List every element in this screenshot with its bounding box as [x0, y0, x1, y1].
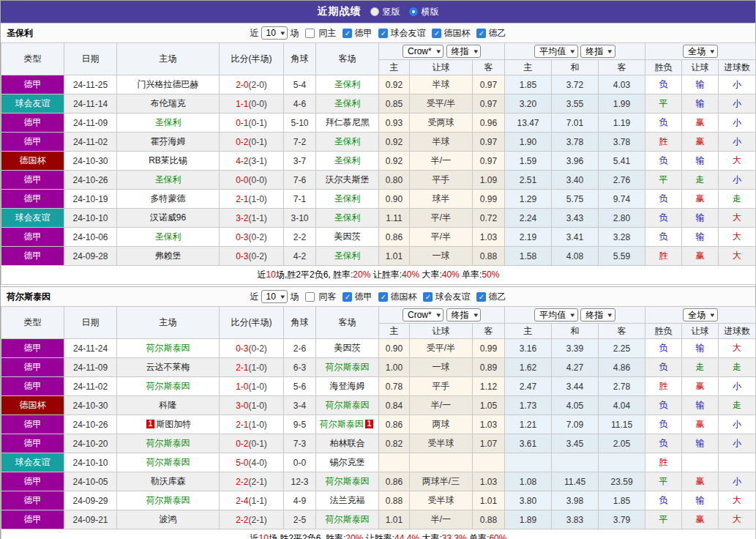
home-team[interactable]: 荷尔斯泰因: [146, 343, 190, 353]
away-team[interactable]: 法兰克福: [330, 495, 365, 505]
away-team[interactable]: 沃尔夫斯堡: [326, 174, 370, 185]
period-select[interactable]: 全场▾: [683, 45, 718, 58]
away-team[interactable]: 圣保利: [334, 136, 361, 146]
away-team[interactable]: 美因茨: [334, 343, 361, 353]
odds-source-select[interactable]: Crow*▾: [403, 308, 444, 321]
layout-vertical-option[interactable]: 竖版: [370, 6, 400, 18]
result-winloss: 负: [645, 396, 682, 415]
col-goals-result: 进球数: [719, 60, 756, 75]
handicap-away-odds: 0.88: [473, 247, 505, 266]
home-team[interactable]: 汉诺威96: [150, 212, 186, 223]
result-goals: 小: [719, 114, 756, 133]
avg-draw-odds: 3.43: [552, 209, 599, 228]
home-team[interactable]: 圣保利: [155, 117, 181, 127]
league-checkbox[interactable]: ✓: [476, 292, 486, 302]
home-team[interactable]: 荷尔斯泰因: [146, 457, 190, 467]
match-count-select[interactable]: 10▾: [261, 290, 288, 303]
home-team[interactable]: 圣保利: [155, 174, 181, 185]
same-away-checkbox[interactable]: [305, 292, 315, 302]
away-team[interactable]: 圣保利: [334, 98, 361, 108]
away-team[interactable]: 圣保利: [334, 193, 361, 204]
avg-source-select[interactable]: 平均值▾: [534, 308, 578, 321]
away-team[interactable]: 荷尔斯泰因: [326, 514, 370, 524]
avg-away-odds: 4.04: [599, 396, 645, 415]
result-winloss: 负: [645, 75, 682, 94]
match-score: 0-1(0-1): [220, 114, 284, 133]
avg-time-select[interactable]: 终指▾: [580, 45, 615, 58]
home-team[interactable]: 云达不莱梅: [146, 362, 190, 372]
home-team[interactable]: 门兴格拉德巴赫: [138, 79, 199, 89]
home-team[interactable]: 勒沃库森: [151, 476, 186, 486]
match-score: 0-3(0-2): [220, 339, 284, 358]
avg-home-odds: 1.90: [505, 133, 552, 152]
home-team[interactable]: 霍芬海姆: [151, 136, 186, 146]
away-team[interactable]: 圣保利: [334, 79, 361, 89]
avg-home-odds: 1.08: [505, 472, 552, 491]
corner-count: 5-4: [284, 75, 316, 94]
match-count-select[interactable]: 10▾: [261, 26, 288, 40]
avg-away-odds: 1.85: [599, 491, 645, 510]
away-team[interactable]: 荷尔斯泰因: [326, 476, 370, 486]
home-team[interactable]: 弗赖堡: [155, 250, 181, 261]
result-winloss: 平: [645, 510, 682, 529]
period-select[interactable]: 全场▾: [683, 308, 718, 321]
away-team[interactable]: 圣保利: [334, 212, 361, 223]
home-team[interactable]: 荷尔斯泰因: [146, 495, 190, 505]
league-badge: 德甲: [1, 472, 64, 491]
home-team[interactable]: 多特蒙德: [151, 193, 186, 204]
home-team[interactable]: 波鸿: [160, 514, 177, 524]
team-name: 圣保利: [7, 27, 33, 40]
league-checkbox[interactable]: ✓: [378, 292, 388, 302]
away-team[interactable]: 锡尔克堡: [330, 457, 365, 467]
col-avg-home: 主: [505, 324, 552, 339]
away-team[interactable]: 圣保利: [334, 155, 361, 166]
avg-draw-odds: 3.41: [552, 228, 599, 247]
home-team[interactable]: 圣保利: [155, 231, 181, 242]
away-team[interactable]: 荷尔斯泰因: [320, 419, 364, 429]
home-team[interactable]: 科隆: [160, 400, 177, 410]
league-badge: 德甲: [1, 190, 64, 209]
vertical-radio[interactable]: [370, 7, 379, 16]
away-team[interactable]: 圣保利: [334, 250, 361, 261]
away-team[interactable]: 荷尔斯泰因: [326, 362, 370, 372]
away-team-cell: 圣保利: [316, 152, 379, 171]
league-badge: 德甲: [1, 75, 64, 94]
away-team[interactable]: 拜仁慕尼黑: [326, 117, 370, 127]
odds-time-select[interactable]: 终指▾: [446, 45, 482, 58]
league-badge: 德甲: [1, 247, 64, 266]
away-team-cell: 锡尔克堡: [316, 453, 379, 472]
avg-home-odds: 1.73: [505, 396, 552, 415]
away-team[interactable]: 海登海姆: [330, 381, 365, 391]
league-checkbox[interactable]: ✓: [343, 292, 352, 302]
away-team[interactable]: 柏林联合: [330, 438, 365, 448]
avg-source-select[interactable]: 平均值▾: [534, 45, 578, 58]
avg-away-odds: 23.59: [599, 472, 645, 491]
match-score: 4-2(3-1): [220, 152, 284, 171]
avg-time-select[interactable]: 终指▾: [580, 308, 615, 321]
away-team[interactable]: 荷尔斯泰因: [326, 400, 370, 410]
result-goals: 大: [719, 247, 756, 266]
odds-source-select[interactable]: Crow*▾: [403, 45, 444, 58]
col-type: 类型: [1, 43, 64, 75]
handicap-line: 受两球: [410, 114, 473, 133]
league-checkbox[interactable]: ✓: [343, 29, 352, 38]
league-checkbox[interactable]: ✓: [432, 29, 441, 38]
handicap-home-odds: 0.80: [379, 171, 410, 190]
league-checkbox[interactable]: ✓: [423, 292, 433, 302]
home-team[interactable]: RB莱比锡: [149, 155, 187, 166]
away-team[interactable]: 美因茨: [334, 231, 361, 242]
home-team[interactable]: 布伦瑞克: [151, 98, 186, 108]
avg-away-odds: 1.99: [599, 94, 645, 114]
league-checkbox[interactable]: ✓: [378, 29, 388, 38]
handicap-line: 两球: [410, 415, 473, 434]
home-team[interactable]: 荷尔斯泰因: [146, 381, 190, 391]
league-checkbox[interactable]: ✓: [476, 29, 486, 38]
result-handicap: 赢: [682, 415, 719, 434]
horizontal-radio[interactable]: [409, 7, 418, 16]
layout-horizontal-option[interactable]: 横版: [409, 6, 439, 18]
home-team[interactable]: 荷尔斯泰因: [146, 438, 190, 448]
average-group-header: 平均值▾ 终指▾: [505, 43, 645, 60]
home-team[interactable]: 斯图加特: [156, 419, 191, 429]
same-home-checkbox[interactable]: [305, 29, 315, 38]
odds-time-select[interactable]: 终指▾: [446, 308, 482, 321]
